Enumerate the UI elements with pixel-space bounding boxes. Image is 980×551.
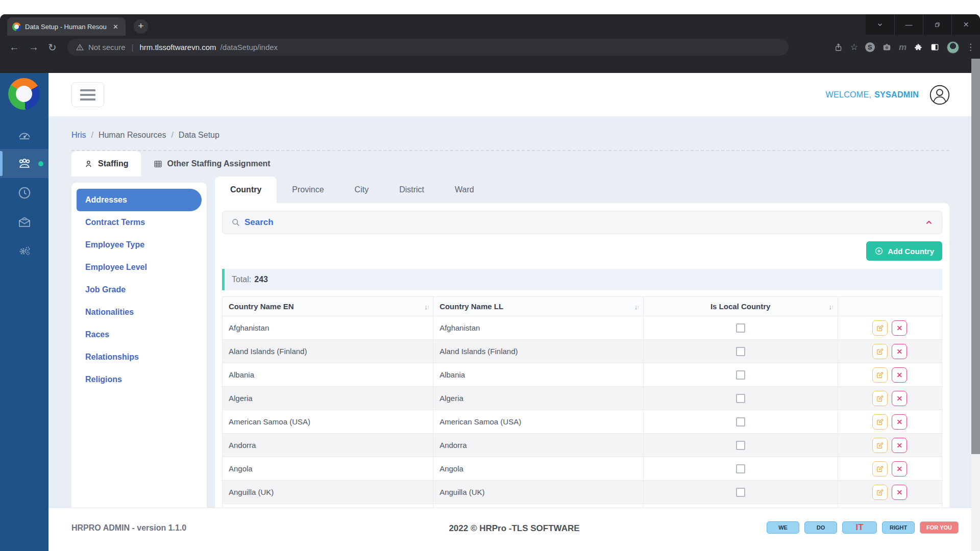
delete-button[interactable]: ✕ — [892, 367, 907, 383]
url-host: hrm.tlssoftwarevn.com — [139, 43, 216, 52]
m-extension-icon[interactable]: m — [899, 42, 906, 53]
edit-button[interactable] — [872, 367, 888, 383]
profile-avatar[interactable] — [947, 41, 959, 54]
breadcrumb-item[interactable]: Data Setup — [179, 131, 219, 140]
window-minimize-icon[interactable]: — — [894, 14, 923, 35]
window-close-icon[interactable]: ✕ — [951, 14, 980, 35]
edit-button[interactable] — [872, 391, 888, 406]
is-local-checkbox[interactable] — [736, 488, 745, 497]
delete-button[interactable]: ✕ — [892, 438, 907, 453]
sort-icon[interactable]: ↓↑ — [634, 303, 639, 310]
forward-icon[interactable]: → — [29, 41, 39, 53]
delete-button[interactable]: ✕ — [892, 461, 907, 477]
sidebar-item-time[interactable] — [0, 178, 48, 207]
breadcrumb-item[interactable]: Human Resources — [99, 131, 166, 140]
sidebar-item-human-resources[interactable] — [0, 149, 48, 178]
cell-country-name-en: American Samoa (USA) — [223, 410, 433, 434]
table-row: Afghanistan Afghanistan — [223, 316, 942, 340]
browser-toolbar: ← → ↻ Not secure | hrm.tlssoftwarevn.com… — [0, 36, 980, 59]
is-local-checkbox[interactable] — [736, 394, 745, 403]
is-local-checkbox[interactable] — [736, 370, 745, 380]
breadcrumb-item[interactable]: Hris — [71, 131, 86, 140]
sidebar-item-dashboard[interactable] — [0, 120, 48, 149]
active-module-dot — [38, 161, 43, 166]
skype-extension-icon[interactable]: S — [865, 42, 875, 52]
is-local-checkbox[interactable] — [736, 464, 745, 473]
address-bar[interactable]: Not secure | hrm.tlssoftwarevn.com /data… — [67, 39, 789, 56]
table-row: Angola Angola — [223, 457, 942, 481]
delete-button[interactable]: ✕ — [892, 391, 907, 406]
tab-other-staffing-assignment[interactable]: Other Staffing Assignment — [141, 151, 283, 177]
edit-button[interactable] — [872, 414, 888, 430]
edit-button[interactable] — [872, 485, 888, 500]
table-row: American Samoa (USA) American Samoa (USA… — [223, 410, 942, 434]
menu-item[interactable]: Addresses — [77, 189, 202, 211]
tab-close-icon[interactable]: ✕ — [111, 22, 120, 31]
menu-item[interactable]: Races — [77, 323, 202, 346]
edit-pencil-icon — [876, 465, 884, 473]
footer-badge: FOR YOU — [920, 521, 959, 534]
column-country-name-ll[interactable]: Country Name LL ↓↑ — [433, 297, 644, 316]
cell-country-name-ll: Albania — [433, 363, 644, 387]
new-tab-button[interactable]: + — [134, 19, 148, 34]
is-local-checkbox[interactable] — [736, 347, 745, 356]
delete-button[interactable]: ✕ — [892, 414, 907, 430]
browser-tab[interactable]: Data Setup - Human Resources - ✕ — [7, 17, 126, 36]
sidebar-item-settings[interactable] — [0, 236, 48, 265]
sub-tab[interactable]: District — [384, 177, 439, 203]
search-collapse-bar[interactable]: Search — [222, 211, 942, 234]
menu-item[interactable]: Employee Level — [77, 256, 202, 279]
hamburger-menu-button[interactable] — [71, 82, 104, 107]
browser-scrollbar[interactable] — [971, 59, 980, 551]
delete-button[interactable]: ✕ — [892, 320, 907, 336]
edit-button[interactable] — [872, 438, 888, 453]
reload-icon[interactable]: ↻ — [48, 41, 57, 54]
menu-item[interactable]: Religions — [77, 368, 202, 391]
sub-tab[interactable]: Province — [277, 177, 339, 203]
breadcrumb-separator: / — [91, 131, 93, 140]
sub-tab[interactable]: Country — [215, 177, 277, 203]
tab-staffing[interactable]: Staffing — [71, 151, 141, 177]
menu-item[interactable]: Relationships — [77, 346, 202, 368]
sort-icon[interactable]: ↓↑ — [424, 303, 429, 310]
user-profile-icon[interactable] — [929, 84, 950, 106]
search-label: Search — [244, 217, 274, 228]
bookmark-star-icon[interactable]: ☆ — [850, 42, 858, 53]
cell-country-name-en: Angola — [223, 457, 433, 481]
add-country-button[interactable]: Add Country — [866, 241, 942, 261]
sub-tab[interactable]: City — [339, 177, 384, 203]
back-icon[interactable]: ← — [9, 41, 19, 53]
is-local-checkbox[interactable] — [736, 441, 745, 450]
menu-item[interactable]: Job Grade — [77, 279, 202, 301]
menu-item[interactable]: Contract Terms — [77, 211, 202, 234]
extensions-puzzle-icon[interactable] — [914, 43, 923, 52]
app-logo[interactable] — [8, 78, 40, 110]
sidebar-item-mail[interactable] — [0, 207, 48, 236]
sub-tab[interactable]: Ward — [439, 177, 489, 203]
clock-icon — [17, 185, 32, 201]
browser-menu-dots-icon[interactable]: ⋮ — [966, 42, 975, 53]
column-country-name-en[interactable]: Country Name EN ↓↑ — [223, 297, 433, 316]
menu-item[interactable]: Nationalities — [77, 301, 202, 323]
edit-button[interactable] — [872, 461, 888, 477]
window-restore-icon[interactable] — [923, 14, 951, 35]
share-icon[interactable] — [834, 43, 843, 52]
scrollbar-thumb[interactable] — [971, 59, 980, 454]
tab-search-panel-icon[interactable] — [930, 42, 940, 52]
chevron-up-icon[interactable] — [924, 218, 934, 227]
menu-item[interactable]: Employee Type — [77, 234, 202, 256]
mail-icon — [17, 214, 32, 230]
edit-pencil-icon — [876, 371, 884, 379]
is-local-checkbox[interactable] — [736, 323, 745, 333]
url-path: /dataSetup/index — [220, 43, 278, 52]
delete-button[interactable]: ✕ — [892, 344, 907, 359]
delete-button[interactable]: ✕ — [892, 485, 907, 500]
window-menu-chevron-icon[interactable] — [866, 14, 894, 35]
camera-extension-icon[interactable] — [882, 42, 892, 52]
sort-icon[interactable]: ↓↑ — [829, 303, 834, 310]
column-is-local-country[interactable]: Is Local Country ↓↑ — [643, 297, 838, 316]
edit-button[interactable] — [872, 320, 888, 336]
edit-button[interactable] — [872, 344, 888, 359]
cell-country-name-ll: Andorra — [433, 434, 644, 457]
is-local-checkbox[interactable] — [736, 417, 745, 427]
